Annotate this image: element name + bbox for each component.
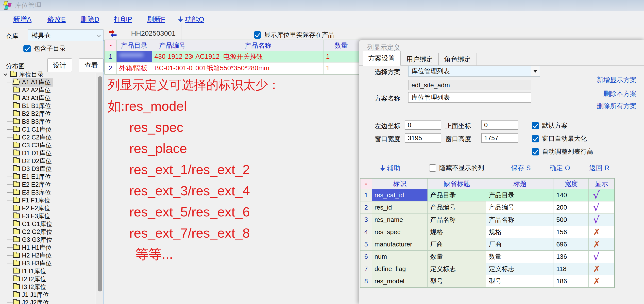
action-link-R[interactable]: 返回 R (589, 163, 610, 172)
tab-方案设置[interactable]: 方案设置 (363, 51, 400, 66)
tree-item-C2[interactable]: C2 C2库位 (0, 133, 96, 141)
tree-item-D3[interactable]: D3 D3库位 (0, 165, 96, 173)
tree-node: B1 B1库位 (12, 102, 53, 110)
config-row-manufacturer[interactable]: 5manufacturer厂商厂商696✗ (360, 238, 614, 251)
tree-item-C3[interactable]: C3 C3库位 (0, 141, 96, 149)
tree-item-E3[interactable]: E3 E3库位 (0, 188, 96, 196)
tree-item-B2[interactable]: B2 B2库位 (0, 110, 96, 118)
config-row-res_id[interactable]: 2res_id产品编号产品编号200√ (360, 201, 614, 214)
checkbox-自动调整列表行高[interactable]: 自动调整列表行高 (532, 147, 593, 156)
swap-icon[interactable] (108, 30, 118, 38)
check-mark-icon: √ (593, 201, 600, 213)
tree-item-F2[interactable]: F2 F2库位 (0, 204, 96, 212)
tree-item-I1[interactable]: I1 I1库位 (0, 267, 96, 275)
tree-node: H1 H1库位 (12, 243, 54, 252)
tree-connector (7, 240, 12, 240)
left-coord-input[interactable]: 0 (405, 120, 441, 130)
tree-item-A3[interactable]: A3 A3库位 (0, 94, 96, 102)
tree-item-H3[interactable]: H3 H3库位 (0, 259, 96, 267)
tab-角色绑定[interactable]: 角色绑定 (438, 53, 476, 66)
folder-icon (13, 237, 20, 242)
tree-item-J2[interactable]: J2 J2库位 (0, 299, 96, 304)
plan-select[interactable]: 库位管理列表 (408, 66, 540, 76)
toolbar-item-功能O[interactable]: 功能O (178, 15, 204, 24)
config-row-define_flag[interactable]: 7define_flag定义标志定义标志118✗ (360, 263, 614, 275)
folder-icon (13, 284, 20, 289)
win-width-label: 窗口宽度 (375, 135, 400, 144)
tree-item-label: D2 D2库位 (22, 157, 52, 165)
plan-name-input[interactable]: 库位管理列表 (408, 92, 531, 103)
tree-item-H1[interactable]: H1 H1库位 (0, 244, 96, 251)
tree-item-label: I3 I2库位 (22, 283, 46, 291)
field-id-cell: define_flag (372, 263, 428, 275)
top-coord-input[interactable]: 0 (482, 120, 518, 130)
config-row-res_model[interactable]: 8res_model型号型号186✗ (360, 275, 614, 288)
config-row-num[interactable]: 6num数量数量136√ (360, 251, 614, 263)
toolbar-item-修改E[interactable]: 修改E (47, 15, 66, 24)
tree-item-C1[interactable]: C1 C1库位 (0, 126, 96, 133)
checkbox-checked-icon (24, 45, 31, 52)
folder-icon (13, 213, 20, 218)
config-row-res_name[interactable]: 3res_name产品名称产品名称500√ (360, 214, 614, 226)
caret-down-icon (533, 70, 538, 73)
tree-node: F1 F1库位 (12, 196, 52, 205)
action-link-O[interactable]: 确定 O (550, 163, 570, 172)
aux-link[interactable]: 辅助 (380, 163, 400, 172)
tree-item-G1[interactable]: G1 G1库位 (0, 220, 96, 228)
toolbar-item-打印P[interactable]: 打印P (114, 15, 132, 24)
tree-item-F1[interactable]: F1 F1库位 (0, 196, 96, 204)
tree-item-G2[interactable]: G2 G2库位 (0, 228, 96, 236)
product-row[interactable]: 1430-1912-2300AC1912_电源开关推钮1 (105, 51, 359, 62)
doc-no-input[interactable]: HH202503001 (131, 29, 209, 39)
tree-item-A1[interactable]: A1 A1库位 (0, 78, 96, 86)
column-header-宽度: 宽度 (554, 178, 588, 189)
checkbox-默认方案[interactable]: 默认方案 (532, 121, 568, 130)
product-row[interactable]: 2外箱/隔板BC-01-001-0001纸箱550*350*280mm1 (105, 62, 359, 74)
title-cell: 数量 (486, 251, 554, 263)
tree-item-B1[interactable]: B1 B1库位 (0, 102, 96, 110)
link-删除本方案[interactable]: 删除本方案 (603, 89, 636, 98)
warehouse-select[interactable]: 模具仓 (28, 29, 104, 41)
tree-item-D1[interactable]: D1 D1库位 (0, 149, 96, 157)
link-新增显示方案[interactable]: 新增显示方案 (597, 76, 636, 84)
tree-item-H2[interactable]: H2 H2库位 (0, 251, 96, 259)
tree-item-F3[interactable]: F3 F3库位 (0, 212, 96, 220)
red-annotation: 列显示定义可选择的标识太少：如:res_modelres_specres_pla… (108, 74, 280, 265)
include-subdir-checkbox[interactable]: 包含子目录 (24, 44, 66, 53)
tree-item-I2[interactable]: I2 I2库位 (0, 275, 96, 283)
toolbar-item-新增A[interactable]: 新增A (13, 15, 32, 24)
link-删除所有方案[interactable]: 删除所有方案 (597, 102, 636, 110)
win-width-input[interactable]: 3195 (405, 133, 441, 143)
tree-item-B3[interactable]: B3 B3库位 (0, 118, 96, 126)
warehouse-label: 仓库 (6, 32, 18, 41)
tree-item-E2[interactable]: E2 E2库位 (0, 180, 96, 188)
tree-item-D2[interactable]: D2 D2库位 (0, 157, 96, 165)
tree-item-I3[interactable]: I3 I2库位 (0, 283, 96, 291)
toolbar-item-刷新F[interactable]: 刷新F (147, 15, 165, 24)
checkbox-窗口自动最大化[interactable]: 窗口自动最大化 (532, 134, 587, 143)
show-products-checkbox[interactable]: 显示库位里实际存在产品 (254, 30, 334, 39)
tree-connector (7, 90, 12, 90)
tree-scrollbar[interactable] (96, 73, 104, 304)
tab-用户绑定[interactable]: 用户绑定 (400, 53, 438, 66)
folder-icon (13, 135, 20, 140)
field-id-cell: res_name (372, 214, 428, 226)
toolbar-item-label: 刷新F (147, 15, 165, 24)
tree-connector (7, 129, 12, 130)
tree-item-G3[interactable]: G3 G3库位 (0, 236, 96, 244)
tree-item-J1[interactable]: J1 J1库位 (0, 291, 96, 299)
win-height-input[interactable]: 1757 (482, 133, 518, 143)
tree-item-A2[interactable]: A2 A2库位 (0, 86, 96, 94)
action-link-S[interactable]: 保存 S (511, 163, 531, 172)
toolbar-item-删除D[interactable]: 删除D (80, 15, 99, 24)
tree-item-E1[interactable]: E1 E1库位 (0, 173, 96, 180)
dropdown-button[interactable] (531, 66, 540, 76)
tree-scrollbar-thumb[interactable] (98, 76, 102, 292)
tree-item-label: H2 H2库位 (22, 251, 52, 260)
tree-root[interactable]: 库位目录 (0, 70, 96, 78)
config-row-res_spec[interactable]: 4res_spec规格规格156✗ (360, 226, 614, 238)
folder-icon (13, 190, 20, 195)
show-products-label: 显示库位里实际存在产品 (264, 30, 334, 39)
config-row-res_cat_id[interactable]: 1res_cat_id产品目录产品目录140√ (360, 189, 614, 201)
hide-columns-checkbox[interactable]: 隐藏不显示的列 (429, 163, 484, 172)
